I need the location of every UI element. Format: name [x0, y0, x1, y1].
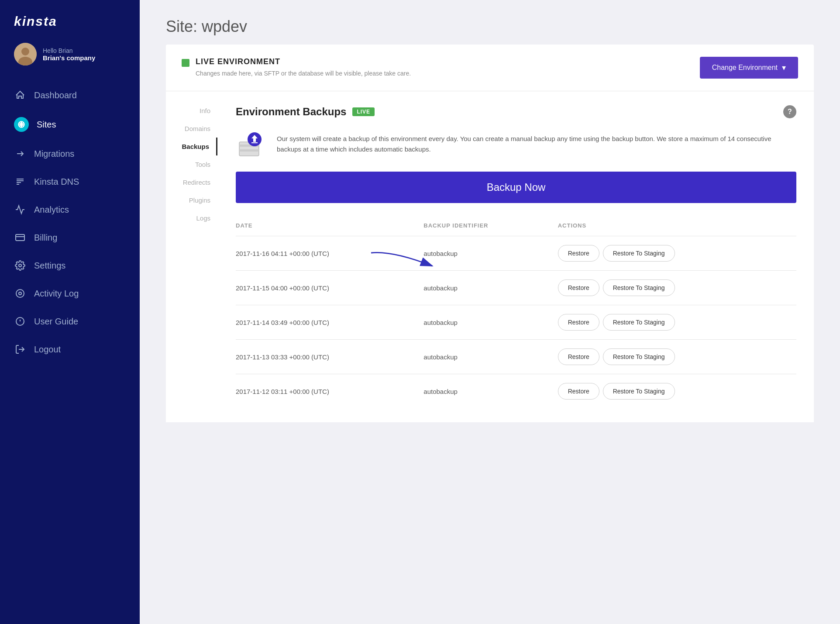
- change-environment-button[interactable]: Change Environment ▾: [700, 57, 798, 79]
- dns-icon: [14, 176, 26, 188]
- backup-info-text: Our system will create a backup of this …: [277, 134, 796, 155]
- logout-icon: [14, 343, 26, 355]
- content-wrapper: Info Domains Backups Tools Redirects Plu…: [166, 91, 814, 422]
- sidebar-label-migrations: Migrations: [34, 149, 74, 159]
- backup-info-box: Our system will create a backup of this …: [236, 129, 796, 159]
- table-row: 2017-11-15 04:00 +00:00 (UTC)autobackupR…: [236, 271, 796, 305]
- env-label: LIVE ENVIRONMENT: [196, 57, 411, 66]
- sidebar-item-logout[interactable]: Logout: [0, 335, 140, 363]
- restore-to-staging-button[interactable]: Restore To Staging: [603, 348, 675, 365]
- sidebar-item-dashboard[interactable]: Dashboard: [0, 81, 140, 109]
- backup-date: 2017-11-16 04:11 +00:00 (UTC): [236, 236, 423, 271]
- sidebar-item-analytics[interactable]: Analytics: [0, 196, 140, 224]
- restore-button[interactable]: Restore: [558, 314, 599, 331]
- backup-actions: RestoreRestore To Staging: [558, 340, 796, 374]
- user-hello: Hello Brian: [43, 47, 95, 54]
- help-icon[interactable]: ?: [783, 105, 796, 118]
- sidebar-item-billing[interactable]: Billing: [0, 224, 140, 252]
- env-backups-title: Environment Backups LIVE: [236, 106, 375, 118]
- backups-table: DATE BACKUP IDENTIFIER ACTIONS 2017-11-1…: [236, 219, 796, 408]
- sidebar-item-activity-log[interactable]: Activity Log: [0, 279, 140, 307]
- nav-items: Dashboard Sites Migrations: [0, 78, 140, 367]
- svg-rect-13: [239, 149, 259, 152]
- backup-date: 2017-11-13 03:33 +00:00 (UTC): [236, 340, 423, 374]
- table-row: 2017-11-12 03:11 +00:00 (UTC)autobackupR…: [236, 374, 796, 409]
- activity-icon: [14, 287, 26, 300]
- env-banner-left: LIVE ENVIRONMENT Changes made here, via …: [182, 57, 411, 78]
- env-banner-text: LIVE ENVIRONMENT Changes made here, via …: [196, 57, 411, 78]
- backup-actions: RestoreRestore To Staging: [558, 271, 796, 305]
- restore-to-staging-button[interactable]: Restore To Staging: [603, 383, 675, 400]
- main-panel: Environment Backups LIVE ?: [218, 91, 814, 422]
- sidebar-label-settings: Settings: [34, 261, 65, 271]
- sub-nav-backups[interactable]: Backups: [166, 138, 217, 155]
- backup-icon-area: [236, 129, 266, 159]
- table-row: 2017-11-16 04:11 +00:00 (UTC)autobackupR…: [236, 236, 796, 271]
- backups-table-container: DATE BACKUP IDENTIFIER ACTIONS 2017-11-1…: [236, 219, 796, 408]
- sub-nav-tools[interactable]: Tools: [166, 155, 217, 173]
- user-info: Hello Brian Brian's company: [43, 47, 95, 62]
- backup-date: 2017-11-15 04:00 +00:00 (UTC): [236, 271, 423, 305]
- backup-actions: RestoreRestore To Staging: [558, 305, 796, 340]
- logo-area: kinsta: [0, 0, 140, 39]
- guide-icon: [14, 315, 26, 328]
- avatar: [14, 43, 37, 66]
- sidebar-label-activity-log: Activity Log: [34, 289, 79, 299]
- analytics-icon: [14, 203, 26, 216]
- restore-button[interactable]: Restore: [558, 245, 599, 262]
- main-content: Site: wpdev LIVE ENVIRONMENT Changes mad…: [140, 0, 840, 624]
- restore-button[interactable]: Restore: [558, 348, 599, 365]
- live-badge: LIVE: [352, 107, 375, 116]
- user-area: Hello Brian Brian's company: [0, 39, 140, 78]
- change-env-label: Change Environment: [712, 64, 778, 72]
- restore-to-staging-button[interactable]: Restore To Staging: [603, 279, 675, 296]
- billing-icon: [14, 231, 26, 244]
- restore-to-staging-button[interactable]: Restore To Staging: [603, 245, 675, 262]
- sidebar-label-sites: Sites: [37, 120, 56, 130]
- sidebar-item-dns[interactable]: Kinsta DNS: [0, 168, 140, 196]
- col-date: DATE: [236, 219, 423, 236]
- sites-icon: [14, 117, 29, 132]
- home-icon: [14, 89, 26, 101]
- sub-nav-redirects[interactable]: Redirects: [166, 173, 217, 191]
- col-identifier: BACKUP IDENTIFIER: [423, 219, 558, 236]
- col-actions: ACTIONS: [558, 219, 796, 236]
- backup-identifier: autobackup: [423, 236, 558, 271]
- live-dot: [182, 59, 189, 67]
- backup-actions: RestoreRestore To Staging: [558, 236, 796, 271]
- settings-icon: [14, 259, 26, 272]
- backup-identifier: autobackup: [423, 271, 558, 305]
- table-row: 2017-11-13 03:33 +00:00 (UTC)autobackupR…: [236, 340, 796, 374]
- restore-to-staging-button[interactable]: Restore To Staging: [603, 314, 675, 331]
- sidebar-item-migrations[interactable]: Migrations: [0, 140, 140, 168]
- section-title-text: Environment Backups: [236, 106, 346, 118]
- backup-date: 2017-11-12 03:11 +00:00 (UTC): [236, 374, 423, 409]
- svg-rect-4: [16, 234, 24, 241]
- page-title: Site: wpdev: [166, 17, 814, 36]
- kinsta-logo: kinsta: [14, 14, 57, 29]
- sidebar-item-sites[interactable]: Sites: [0, 109, 140, 140]
- backup-date: 2017-11-14 03:49 +00:00 (UTC): [236, 305, 423, 340]
- sub-nav-plugins[interactable]: Plugins: [166, 191, 217, 209]
- svg-point-6: [19, 264, 21, 267]
- env-description: Changes made here, via SFTP or the datab…: [196, 69, 411, 78]
- sub-nav-info[interactable]: Info: [166, 102, 217, 120]
- svg-point-1: [21, 48, 29, 55]
- sidebar-item-user-guide[interactable]: User Guide: [0, 307, 140, 335]
- svg-point-8: [19, 292, 21, 295]
- restore-button[interactable]: Restore: [558, 279, 599, 296]
- backup-now-button[interactable]: Backup Now: [236, 172, 796, 203]
- sidebar-item-settings[interactable]: Settings: [0, 252, 140, 279]
- sub-nav-logs[interactable]: Logs: [166, 209, 217, 227]
- restore-button[interactable]: Restore: [558, 383, 599, 400]
- table-row: 2017-11-14 03:49 +00:00 (UTC)autobackupR…: [236, 305, 796, 340]
- sidebar-label-billing: Billing: [34, 233, 57, 243]
- page-header: Site: wpdev: [140, 0, 840, 45]
- sub-nav-domains[interactable]: Domains: [166, 120, 217, 138]
- sidebar-label-dns: Kinsta DNS: [34, 177, 79, 187]
- sidebar-label-user-guide: User Guide: [34, 317, 78, 327]
- migrations-icon: [14, 148, 26, 160]
- chevron-down-icon: ▾: [782, 63, 786, 72]
- backup-identifier: autobackup: [423, 305, 558, 340]
- sidebar-label-analytics: Analytics: [34, 205, 69, 215]
